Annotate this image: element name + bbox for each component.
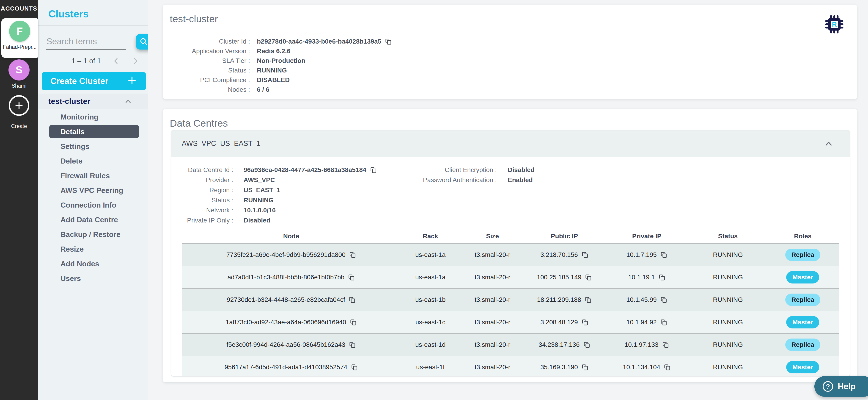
field-row: Application Version :Redis 6.2.6 [170, 46, 392, 56]
copy-button[interactable] [585, 296, 592, 303]
main-content: test-cluster R Cluster Id : [148, 0, 868, 400]
field-value: 6 / 6 [257, 86, 269, 93]
cluster-id-value: b29278d0-aa4c-4933-b0e6-ba4028b139a5 [257, 38, 381, 45]
cluster-title: test-cluster [170, 13, 218, 25]
node-id: 7735fe21-a69e-4bef-9db9-b956291da800 [226, 251, 346, 258]
copy-button[interactable] [351, 364, 358, 371]
field-value: US_EAST_1 [244, 187, 280, 194]
question-icon: ? [823, 381, 833, 392]
node-size: t3.small-20-r [461, 289, 524, 311]
field-label: Client Encryption : [406, 166, 497, 174]
menu-label: Monitoring [61, 113, 98, 121]
field-label: Region : [182, 187, 233, 194]
sidebar-item-users[interactable]: Users [38, 271, 148, 286]
role-badge: Replica [785, 339, 820, 351]
table-row: ad7a0df1-b1c3-488f-bb5b-806e1bf0b7bb us-… [182, 266, 839, 288]
node-public-ip: 18.211.209.188 [537, 296, 581, 304]
selected-pill: Details [49, 125, 139, 138]
table-row: 7735fe21-a69e-4bef-9db9-b956291da800 us-… [182, 244, 839, 266]
field-value: 10.1.0.0/16 [244, 207, 276, 214]
nodes-table: Node Rack Size Public IP Private IP Stat… [182, 229, 839, 377]
sidebar-item-backup-restore[interactable]: Backup / Restore [38, 227, 148, 242]
copy-button[interactable] [660, 319, 667, 326]
sidebar-item-monitoring[interactable]: Monitoring [38, 110, 148, 124]
pagination-next-button[interactable] [131, 57, 140, 65]
fields-right-column: Client Encryption :Disabled Password Aut… [406, 165, 535, 185]
sidebar-item-settings[interactable]: Settings [38, 139, 148, 154]
sidebar-item-delete[interactable]: Delete [38, 154, 148, 168]
cluster-summary-card: test-cluster R Cluster Id : [163, 5, 857, 99]
node-private-ip: 10.1.19.1 [628, 274, 655, 281]
node-public-ip: 100.25.185.149 [537, 274, 582, 281]
menu-label: Add Data Centre [61, 216, 118, 224]
sidebar-item-add-data-centre[interactable]: Add Data Centre [38, 212, 148, 227]
copy-button[interactable] [664, 364, 671, 371]
help-button[interactable]: ? Help [814, 376, 868, 397]
column-header-roles: Roles [767, 229, 839, 244]
create-account-button[interactable]: Create [0, 95, 38, 130]
copy-button[interactable] [349, 251, 356, 258]
avatar-initial: S [16, 64, 22, 76]
sidebar-item-details[interactable]: Details [38, 124, 148, 139]
sidebar-item-connection-info[interactable]: Connection Info [38, 198, 148, 212]
avatar: F [9, 21, 30, 42]
copy-button[interactable] [370, 167, 377, 173]
accordion-header[interactable]: AWS_VPC_US_EAST_1 [172, 131, 850, 156]
copy-button[interactable] [662, 341, 669, 348]
menu-label: Resize [61, 245, 84, 253]
data-centre-fields: Data Centre Id : 96a936ca-0428-4477-a425… [182, 165, 839, 225]
pagination: 1 – 1 of 1 [71, 57, 140, 65]
field-value: Enabled [508, 176, 533, 184]
field-value: RUNNING [244, 197, 274, 204]
pagination-prev-button[interactable] [112, 57, 120, 65]
copy-button[interactable] [658, 274, 665, 281]
copy-button[interactable] [348, 274, 355, 281]
copy-button[interactable] [350, 319, 357, 326]
table-row: 92730de1-b324-4448-a265-e82bcafa04cf us-… [182, 288, 839, 311]
copy-button[interactable] [385, 38, 392, 45]
field-label: Data Centre Id : [182, 166, 233, 174]
copy-button[interactable] [660, 251, 667, 258]
role-badge: Master [786, 271, 819, 284]
sidebar-cluster-header[interactable]: test-cluster [38, 93, 148, 109]
copy-button[interactable] [585, 274, 592, 281]
node-rack: us-east-1d [400, 334, 461, 356]
svg-text:R: R [832, 21, 837, 28]
copy-button[interactable] [583, 341, 590, 348]
field-label: Application Version : [170, 48, 250, 55]
field-row: Status :RUNNING [170, 65, 392, 75]
copy-button[interactable] [582, 364, 588, 371]
sidebar-item-resize[interactable]: Resize [38, 242, 148, 256]
accordion-body: Data Centre Id : 96a936ca-0428-4477-a425… [172, 156, 850, 376]
sidebar-item-aws-vpc-peering[interactable]: AWS VPC Peering [38, 183, 148, 198]
menu-label: AWS VPC Peering [61, 186, 123, 195]
accounts-rail: ACCOUNTS F Fahad-Prepr... S Shami Create [0, 0, 38, 400]
role-badge: Replica [785, 293, 820, 306]
sidebar-item-add-nodes[interactable]: Add Nodes [38, 256, 148, 271]
redis-chip-icon: R [824, 14, 844, 34]
copy-button[interactable] [582, 319, 588, 326]
node-id: ad7a0df1-b1c3-488f-bb5b-806e1bf0b7bb [227, 274, 344, 281]
sidebar-item-firewall-rules[interactable]: Firewall Rules [38, 168, 148, 183]
create-cluster-button[interactable]: Create Cluster [42, 72, 146, 90]
accounts-title: ACCOUNTS [0, 5, 38, 12]
copy-button[interactable] [349, 341, 356, 348]
data-centre-accordion: AWS_VPC_US_EAST_1 Data Centre Id : 96a93… [171, 130, 850, 377]
plus-icon [127, 75, 137, 88]
cluster-name: test-cluster [48, 97, 90, 106]
copy-button[interactable] [660, 296, 667, 303]
search-row [46, 34, 144, 51]
field-label: PCI Compliance : [170, 76, 250, 84]
account-name: Shami [0, 83, 38, 89]
field-label: Provider : [182, 176, 233, 184]
node-status: RUNNING [689, 356, 767, 377]
field-label: Cluster Id : [170, 38, 250, 45]
copy-button[interactable] [349, 296, 355, 303]
account-item[interactable]: S Shami [0, 59, 38, 89]
field-row: Status :RUNNING [182, 195, 839, 205]
field-value: Disabled [244, 217, 270, 224]
account-item-selected[interactable]: F Fahad-Prepr... [1, 18, 38, 58]
search-input[interactable] [46, 34, 126, 50]
clusters-sidebar: Clusters 1 – 1 of 1 Create Cluster [38, 0, 148, 400]
copy-button[interactable] [582, 251, 588, 258]
